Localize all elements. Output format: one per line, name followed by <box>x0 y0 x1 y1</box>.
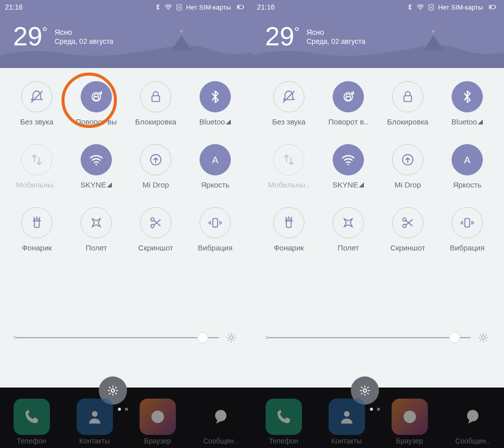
dock-app-messages[interactable]: Сообщен.. <box>455 399 491 445</box>
tile-brightness[interactable]: Яркость <box>437 144 497 189</box>
bluetooth-icon <box>452 81 483 112</box>
dock-app-messages[interactable]: Сообщен.. <box>203 399 239 445</box>
airplane-icon <box>81 207 112 238</box>
tile-label: Без звука <box>272 117 305 126</box>
letter-a-icon <box>452 144 483 175</box>
tile-label: Bluetoo <box>452 117 483 126</box>
dock-app-phone[interactable]: Телефон <box>266 399 302 445</box>
tile-flash[interactable]: Фонарик <box>7 207 67 252</box>
dock-app-browser[interactable]: Браузер <box>140 399 176 445</box>
rotate-lock-icon <box>333 81 364 112</box>
weather-widget[interactable]: 29 ° Ясно Среда, 02 августа <box>252 14 504 49</box>
brightness-slider[interactable] <box>267 337 471 338</box>
tile-rotate[interactable]: Поворот в.. <box>319 81 378 126</box>
status-bar: 21:16 Нет SIM-карты <box>0 0 252 14</box>
lock-icon <box>392 81 423 112</box>
brightness-slider-row <box>267 332 489 343</box>
wifi-status-icon <box>416 3 424 11</box>
nosim-status-icon <box>175 4 183 11</box>
tile-brightness[interactable]: Яркость <box>185 144 245 189</box>
dock-app-label: Контакты <box>79 437 109 445</box>
vibrate-icon <box>200 207 231 238</box>
bluetooth-status-icon <box>406 4 413 11</box>
battery-status-icon <box>486 3 499 11</box>
brightness-slider[interactable] <box>15 337 219 338</box>
tile-rotate[interactable]: Поворот вы <box>67 81 126 126</box>
gear-icon <box>106 384 119 397</box>
dock: ТелефонКонтактыБраузерСообщен.. <box>252 388 504 448</box>
weather-date: Среда, 02 августа <box>306 37 365 45</box>
tile-label: Поворот вы <box>76 117 116 126</box>
brightness-sun-icon <box>478 332 489 343</box>
tile-mute[interactable]: Без звука <box>7 81 67 126</box>
tile-airplane[interactable]: Полет <box>67 207 126 252</box>
tile-screenshot[interactable]: Скриншот <box>126 207 185 252</box>
tile-label: Блокировка <box>387 117 428 126</box>
flashlight-icon <box>21 207 52 238</box>
weather-temp: 29 <box>265 23 294 49</box>
vibrate-icon <box>452 207 483 238</box>
brightness-slider-row <box>15 332 237 343</box>
tile-label: Вибрация <box>450 243 485 252</box>
dock-app-label: Сообщен.. <box>455 437 489 445</box>
weather-widget[interactable]: 29 ° Ясно Среда, 02 августа <box>0 14 252 49</box>
wifi-icon <box>81 144 112 175</box>
quick-settings-grid: Без звукаПоворот в..БлокировкаBluetooМоб… <box>259 81 497 252</box>
sim-status-text: Нет SIM-карты <box>186 4 231 11</box>
dock: ТелефонКонтактыБраузерСообщен.. <box>0 388 252 448</box>
tile-mute[interactable]: Без звука <box>259 81 319 126</box>
dock-app-phone[interactable]: Телефон <box>14 399 50 445</box>
tile-label: Яркость <box>453 180 481 189</box>
tile-vibrate[interactable]: Вибрация <box>185 207 245 252</box>
scissors-icon <box>392 207 423 238</box>
notification-header: 21:16 Нет SIM-карты 29 ° Ясно Среда, 02 … <box>0 0 252 68</box>
weather-date: Среда, 02 августа <box>54 37 113 45</box>
dock-app-label: Браузер <box>396 437 423 445</box>
tile-vibrate[interactable]: Вибрация <box>437 207 497 252</box>
tile-screenshot[interactable]: Скриншот <box>378 207 437 252</box>
brightness-thumb[interactable] <box>197 332 208 343</box>
page-indicator <box>118 408 128 411</box>
quick-settings-panel: Без звукаПоворот выБлокировкаBluetooМоби… <box>0 68 252 388</box>
tile-data[interactable]: Мобильны.. <box>7 144 67 189</box>
sim-status-text: Нет SIM-карты <box>438 4 483 11</box>
tile-label: Скриншот <box>138 243 173 252</box>
quick-settings-grid: Без звукаПоворот выБлокировкаBluetooМоби… <box>7 81 245 252</box>
dock-app-contacts[interactable]: Контакты <box>77 399 113 445</box>
status-bar: 21:16 Нет SIM-карты <box>252 0 504 14</box>
tile-bluetooth[interactable]: Bluetoo <box>437 81 497 126</box>
weather-condition: Ясно <box>54 28 113 36</box>
page-indicator <box>370 408 380 411</box>
battery-status-icon <box>234 3 247 11</box>
weather-temp: 29 <box>13 23 42 49</box>
messages-app-icon <box>455 399 491 435</box>
tile-label: Мобильны.. <box>16 180 57 189</box>
tile-lock[interactable]: Блокировка <box>378 81 437 126</box>
data-icon <box>21 144 52 175</box>
tile-label: Без звука <box>20 117 53 126</box>
tile-lock[interactable]: Блокировка <box>126 81 185 126</box>
weather-degree: ° <box>42 25 47 49</box>
tile-label: Фонарик <box>274 243 304 252</box>
tile-flash[interactable]: Фонарик <box>259 207 319 252</box>
dock-app-browser[interactable]: Браузер <box>392 399 428 445</box>
dock-app-contacts[interactable]: Контакты <box>329 399 365 445</box>
quick-settings-panel: Без звукаПоворот в..БлокировкаBluetooМоб… <box>252 68 504 388</box>
browser-app-icon <box>140 399 176 435</box>
brightness-thumb[interactable] <box>449 332 460 343</box>
tile-data[interactable]: Мобильны.. <box>259 144 319 189</box>
tile-label: Mi Drop <box>395 180 421 189</box>
tile-midrop[interactable]: Mi Drop <box>378 144 437 189</box>
tile-label: Скриншот <box>390 243 425 252</box>
rotate-lock-icon <box>81 81 112 112</box>
bell-off-icon <box>21 81 52 112</box>
tile-wifi[interactable]: SKYNE <box>67 144 126 189</box>
signal-icon <box>226 119 231 124</box>
tile-midrop[interactable]: Mi Drop <box>126 144 185 189</box>
tile-bluetooth[interactable]: Bluetoo <box>185 81 245 126</box>
tile-wifi[interactable]: SKYNE <box>319 144 378 189</box>
tile-airplane[interactable]: Полет <box>319 207 378 252</box>
airplane-icon <box>333 207 364 238</box>
midrop-icon <box>392 144 423 175</box>
bluetooth-icon <box>200 81 231 112</box>
